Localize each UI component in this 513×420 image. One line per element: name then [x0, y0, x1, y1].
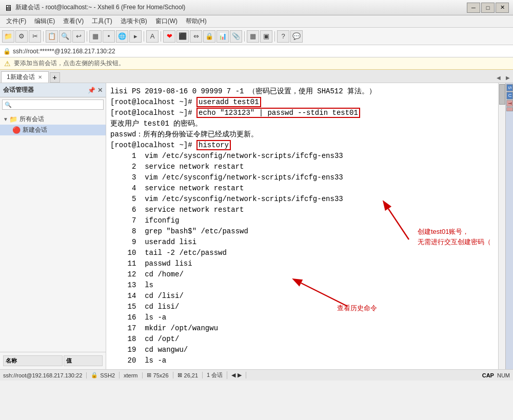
- tree-new-session-label: 新建会话: [23, 126, 47, 134]
- nav-prev-btn[interactable]: ◀: [231, 372, 235, 378]
- terminal-line-4: passwd：所有的身份验证令牌已经成功更新。: [110, 129, 501, 140]
- toolbar-btn-18[interactable]: ▦: [247, 30, 259, 43]
- status-sessions-text: 1 会话: [207, 371, 223, 379]
- toolbar-btn-12[interactable]: ❤: [163, 30, 175, 43]
- terminal-line-10: 5 vim /etc/sysconfig/network-scripts/ifc…: [110, 194, 501, 205]
- scrollbar-track[interactable]: [498, 83, 505, 369]
- menu-edit[interactable]: 编辑(E): [30, 16, 59, 27]
- menu-help[interactable]: 帮助(H): [182, 16, 211, 27]
- terminal-line-6: 1 vim /etc/sysconfig/network-scripts/ifc…: [110, 151, 501, 162]
- tab-close-btn[interactable]: ✕: [37, 74, 43, 80]
- address-bar: 🔒 ssh://root:******@192.168.217.130:22: [0, 45, 513, 57]
- tab-add-btn[interactable]: +: [50, 72, 60, 83]
- toolbar-btn-10[interactable]: ▸: [129, 30, 142, 43]
- toolbar-btn-16[interactable]: 📊: [216, 30, 229, 43]
- new-session-btn[interactable]: 📁: [2, 30, 14, 43]
- close-button[interactable]: ✕: [496, 3, 509, 13]
- toolbar-btn-14[interactable]: ⇔: [190, 30, 202, 43]
- toolbar-btn-9[interactable]: 🌐: [116, 30, 128, 43]
- minimize-button[interactable]: ─: [467, 3, 480, 13]
- toolbar-btn-3[interactable]: ✂: [29, 30, 41, 43]
- menu-tools[interactable]: 工具(T): [88, 16, 116, 27]
- app-icon: 🖥: [4, 4, 12, 12]
- status-right: CAP NUM: [482, 372, 510, 378]
- status-protocol: 🔒 SSH2: [91, 372, 120, 378]
- lock-icon: 🔒: [3, 48, 11, 55]
- toolbar-btn-13[interactable]: ⬛: [176, 30, 189, 43]
- toolbar-btn-4[interactable]: 📋: [46, 30, 58, 43]
- toolbar-btn-11[interactable]: A: [146, 30, 159, 43]
- toolbar-btn-8[interactable]: •: [103, 30, 115, 43]
- menu-file[interactable]: 文件(F): [2, 16, 30, 27]
- terminal-area[interactable]: lisi PS 2019-08-16 0 99999 7 -1 （密码已设置，使…: [106, 83, 505, 369]
- prop-table: 名称 值: [2, 354, 104, 367]
- toolbar-sep-2: [87, 31, 87, 42]
- terminal-line-12: 7 ifconfig: [110, 215, 501, 226]
- terminal-line-18: 13 ls: [110, 280, 501, 291]
- status-num-text: NUM: [497, 372, 510, 378]
- annotation-history: 查看历史命令: [337, 304, 377, 313]
- info-bar: ⚠ 要添加当前会话，点击左侧的箭头按钮。: [0, 57, 513, 70]
- terminal-line-17: 12 cd /home/: [110, 269, 501, 280]
- sidebar-search: [0, 97, 106, 112]
- toolbar-sep-3: [144, 31, 144, 42]
- toolbar-sep-1: [43, 31, 44, 42]
- tree-all-sessions[interactable]: ▼ 📁 所有会话: [0, 114, 106, 125]
- title-bar: 🖥 新建会话 - root@localhost:~ - Xshell 6 (Fr…: [0, 0, 513, 15]
- tab-next-btn[interactable]: ▶: [504, 72, 512, 83]
- session-icon: 🔴: [12, 126, 21, 134]
- right-btn-u[interactable]: U: [506, 92, 513, 99]
- scrollbar-thumb[interactable]: [499, 84, 505, 105]
- info-text: 要添加当前会话，点击左侧的箭头按钮。: [14, 59, 125, 68]
- right-btn-t2[interactable]: [506, 107, 513, 111]
- terminal-line-11: 6 service network restart: [110, 205, 501, 215]
- terminal-line-1: [root@localhost ~]# useradd test01: [110, 97, 501, 108]
- sidebar-tree: ▼ 📁 所有会话 🔴 新建会话: [0, 112, 106, 352]
- nav-next-btn[interactable]: ▶: [238, 372, 242, 378]
- status-sessions: 1 会话: [207, 371, 227, 379]
- prop-header-value: 值: [64, 355, 103, 366]
- toolbar-btn-2[interactable]: ⚙: [15, 30, 28, 43]
- tab-label: 1新建会话: [7, 73, 35, 82]
- status-position: ⊠ 26,21: [177, 372, 203, 378]
- terminal-line-20: 15 cd lisi/: [110, 302, 501, 312]
- maximize-button[interactable]: □: [481, 3, 495, 13]
- status-ssh-text: ssh://root@192.168.217.130:22: [3, 372, 82, 378]
- terminal-line-19: 14 cd /lisi/: [110, 291, 501, 302]
- expand-icon: ▼: [3, 116, 8, 122]
- tab-navigation: ◀ ▶: [495, 72, 512, 83]
- toolbar-btn-help[interactable]: ?: [277, 30, 289, 43]
- menu-window[interactable]: 窗口(W): [151, 16, 182, 27]
- terminal-line-3: 更改用户 test01 的密码。: [110, 118, 501, 129]
- toolbar-btn-19[interactable]: ▣: [260, 30, 272, 43]
- terminal-line-24: 19 cd wangwu/: [110, 345, 501, 355]
- sidebar-search-input[interactable]: [2, 99, 104, 110]
- right-btn-s[interactable]: S: [506, 84, 513, 91]
- toolbar-btn-6[interactable]: ↩: [72, 30, 85, 43]
- sidebar-close-btn[interactable]: ✕: [97, 87, 103, 94]
- prop-header-name: 名称: [3, 355, 63, 366]
- toolbar-btn-chat[interactable]: 💬: [290, 30, 303, 43]
- tree-all-sessions-label: 所有会话: [19, 115, 44, 124]
- cmd-echo-passwd: echo "123123" | passwd --stdin test01: [196, 108, 360, 118]
- status-position-text: 26,21: [184, 372, 199, 378]
- window-controls: ─ □ ✕: [467, 3, 509, 13]
- toolbar-btn-15[interactable]: 🔒: [203, 30, 215, 43]
- status-terminal: xterm: [124, 372, 143, 378]
- status-size: ⊞ 75x26: [147, 372, 173, 378]
- menu-options[interactable]: 选项卡(B): [116, 16, 151, 27]
- right-btn-t1[interactable]: T: [506, 100, 513, 107]
- menu-view[interactable]: 查看(V): [59, 16, 88, 27]
- toolbar-btn-7[interactable]: ▦: [89, 30, 102, 43]
- terminal-line-25: 20 ls -a: [110, 355, 501, 366]
- terminal-line-23: 18 cd /opt/: [110, 334, 501, 345]
- toolbar-btn-17[interactable]: 📎: [230, 30, 242, 43]
- tab-new-session[interactable]: 1新建会话 ✕: [1, 71, 49, 83]
- toolbar: 📁 ⚙ ✂ 📋 🔍 ↩ ▦ • 🌐 ▸ A ❤ ⬛ ⇔ 🔒 📊 📎 ▦ ▣ ? …: [0, 28, 513, 45]
- toolbar-btn-5[interactable]: 🔍: [59, 30, 71, 43]
- sidebar-header: 会话管理器 📌 ✕: [0, 83, 106, 97]
- tree-new-session[interactable]: 🔴 新建会话: [0, 125, 106, 135]
- tab-prev-btn[interactable]: ◀: [495, 72, 503, 83]
- sidebar-pin-btn[interactable]: 📌: [88, 87, 95, 94]
- terminal-line-5: [root@localhost ~]# history: [110, 140, 501, 151]
